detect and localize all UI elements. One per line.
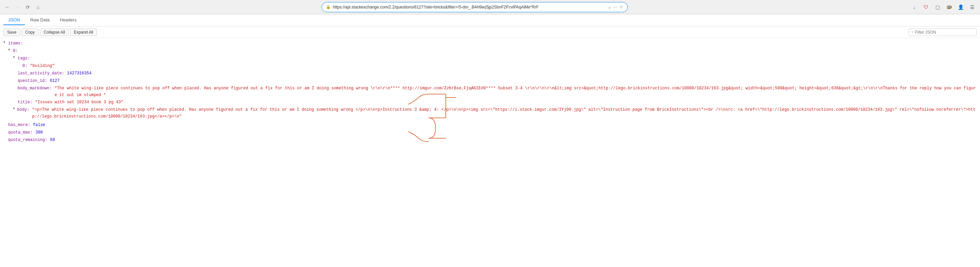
- menu-icon[interactable]: ☰: [968, 3, 977, 11]
- has-more-key: has_more:: [8, 122, 30, 128]
- security-icon: 🔒: [326, 5, 331, 9]
- body-markdown-row: ▼ body_markdown: "The white wing-like pi…: [3, 85, 977, 99]
- quota-max-key: quota_max:: [8, 129, 33, 136]
- body-row: ▼ body: "<p>The white wing-like piece co…: [3, 106, 977, 120]
- question-id-key: question_id:: [18, 77, 47, 84]
- tags-row: ▼ tags:: [3, 55, 977, 63]
- last-activity-row: ▼ last_activity_date: 1427316354: [3, 70, 977, 77]
- address-bar-icons: ⌄ ··· ☆: [608, 5, 624, 9]
- address-bar[interactable]: 🔒 https://api.stackexchange.com/2.2/ques…: [321, 2, 628, 12]
- last-activity-key: last_activity_date:: [18, 70, 64, 77]
- body-toggle[interactable]: ▼: [13, 106, 16, 111]
- copy-button[interactable]: Copy: [21, 28, 38, 36]
- json-viewer: ▼ items: ▼ 0: ▼ tags: ▼ 0: "building" ▼ …: [0, 38, 980, 146]
- profile-icon[interactable]: 👤: [956, 3, 965, 11]
- home-button[interactable]: ⌂: [34, 3, 42, 11]
- dropdown-icon[interactable]: ⌄: [608, 5, 611, 9]
- back-button[interactable]: ←: [3, 3, 11, 11]
- question-id-row: ▼ question_id: 6127: [3, 77, 977, 85]
- download-icon[interactable]: ↓: [910, 3, 919, 11]
- save-button[interactable]: Save: [3, 28, 20, 36]
- tag0-row: ▼ 0: "building": [3, 63, 977, 70]
- extension-icon[interactable]: 🪺: [945, 3, 953, 11]
- shield-icon[interactable]: 🛡: [921, 3, 930, 11]
- url-display: https://api.stackexchange.com/2.2/questi…: [333, 5, 606, 9]
- filter-input[interactable]: [915, 30, 974, 35]
- body-markdown-key: body_markdown:: [18, 85, 52, 92]
- tab-headers[interactable]: Headers: [55, 15, 81, 25]
- browser-chrome: ← → ⟳ ⌂ 🔒 https://api.stackexchange.com/…: [0, 0, 980, 14]
- more-icon[interactable]: ···: [614, 5, 617, 9]
- forward-button[interactable]: →: [14, 3, 22, 11]
- has-more-row: ▼ has_more: false: [3, 122, 977, 129]
- quota-max-value: 300: [35, 129, 43, 136]
- item0-row: ▼ 0:: [3, 47, 977, 55]
- title-row: ▼ title: "Issues with set 10234 book 3 p…: [3, 99, 977, 106]
- tab-raw-data[interactable]: Raw Data: [25, 15, 54, 25]
- tags-toggle[interactable]: ▼: [13, 55, 17, 60]
- tag0-key: 0:: [22, 63, 27, 69]
- items-row: ▼ items:: [3, 40, 977, 47]
- tags-key: tags:: [18, 55, 30, 62]
- expand-all-button[interactable]: Expand All: [70, 28, 97, 36]
- json-content-wrapper: ▼ items: ▼ 0: ▼ tags: ▼ 0: "building" ▼ …: [0, 38, 980, 146]
- collapse-all-button[interactable]: Collapse All: [40, 28, 69, 36]
- reload-button[interactable]: ⟳: [24, 3, 32, 11]
- filter-box[interactable]: ▿: [908, 28, 977, 36]
- toolbar: Save Copy Collapse All Expand All ▿: [0, 27, 980, 38]
- filter-icon: ▿: [912, 30, 914, 34]
- item0-key: 0:: [13, 47, 18, 54]
- quota-remaining-key: quota_remaining:: [8, 137, 47, 143]
- question-id-value: 6127: [50, 77, 60, 84]
- last-activity-value: 1427316354: [67, 70, 92, 77]
- title-value: "Issues with set 10234 book 3 pg 43": [35, 99, 123, 106]
- body-key: body:: [17, 106, 29, 113]
- has-more-value: false: [33, 122, 45, 128]
- quota-max-row: ▼ quota_max: 300: [3, 129, 977, 137]
- quota-remaining-value: 68: [50, 137, 55, 143]
- item0-toggle[interactable]: ▼: [8, 47, 12, 53]
- body-markdown-value: "The white wing-like piece continues to …: [54, 85, 977, 99]
- tab-json[interactable]: JSON: [3, 15, 25, 25]
- tab-bar: JSON Raw Data Headers: [0, 14, 980, 27]
- reader-icon[interactable]: ▢: [933, 3, 942, 11]
- browser-right-icons: ↓ 🛡 ▢ 🪺 👤 ☰: [910, 3, 977, 11]
- items-key: items:: [8, 40, 23, 47]
- quota-remaining-row: ▼ quota_remaining: 68: [3, 137, 977, 144]
- title-key: title:: [18, 99, 32, 106]
- items-toggle[interactable]: ▼: [3, 40, 8, 45]
- body-value: "<p>The white wing-like piece continues …: [32, 106, 977, 120]
- tag0-value: "building": [30, 63, 54, 69]
- bookmark-icon[interactable]: ☆: [619, 5, 624, 9]
